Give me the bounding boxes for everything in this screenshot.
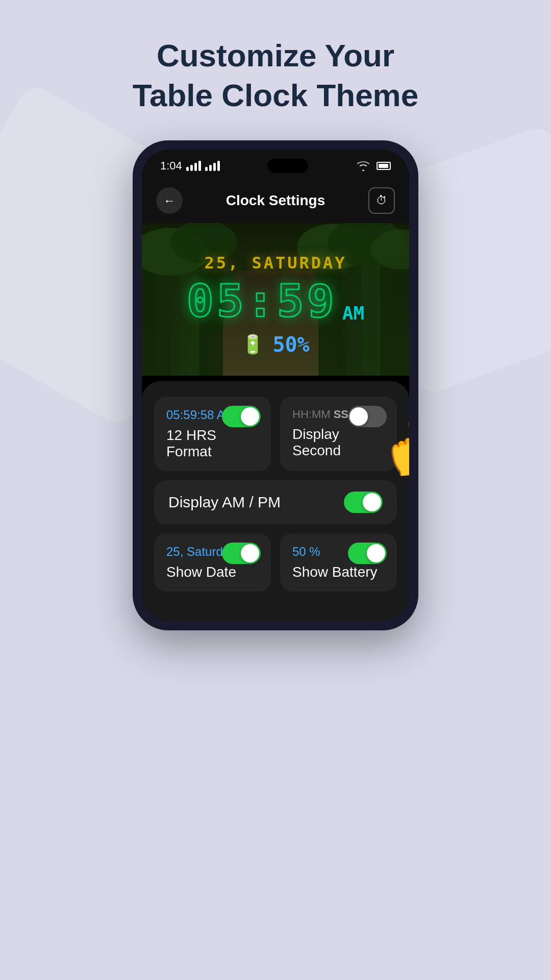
clock-battery-icon: 🔋 — [241, 334, 264, 355]
clock-time-row: 05:59 AM — [187, 279, 364, 324]
dynamic-island — [267, 159, 308, 173]
toggle-thumb-12hrs — [241, 407, 259, 426]
card-display-ampm: Display AM / PM — [154, 480, 397, 524]
settings-row-1: 05:59:58 AM 12 HRS Format HH:MM SS — [154, 397, 397, 471]
signal-bars-1 — [186, 161, 201, 171]
clock-preview: 25, SATURDAY 05:59 AM 🔋 50% — [142, 223, 409, 386]
toggle-track-battery[interactable] — [348, 543, 387, 564]
toggle-track-date[interactable] — [222, 543, 261, 564]
wifi-icon — [356, 160, 370, 172]
toggle-track-12hrs[interactable] — [222, 406, 261, 427]
toggle-show-battery[interactable] — [348, 543, 387, 564]
card-12hrs-format: 05:59:58 AM 12 HRS Format — [154, 397, 271, 471]
app-header: ← Clock Settings ⏱ — [142, 178, 409, 223]
card-battery-label: Show Battery — [292, 564, 385, 580]
phone-frame: 1:04 — [133, 140, 418, 630]
card-second-label: Display Second — [292, 426, 385, 459]
toggle-display-ampm[interactable] — [344, 492, 383, 513]
card-show-date: 25, Saturday Show Date — [154, 533, 271, 592]
card-display-second: HH:MM SS AM Display Second 👆 — [280, 397, 397, 471]
clock-date: 25, SATURDAY — [204, 253, 346, 273]
status-bar: 1:04 — [142, 150, 409, 178]
card-show-battery: 50 % Show Battery — [280, 533, 397, 592]
status-bar-left: 1:04 — [160, 159, 220, 173]
clock-battery-row: 🔋 50% — [241, 333, 309, 356]
toggle-track-ampm[interactable] — [344, 492, 383, 513]
phone-screen: 1:04 — [142, 150, 409, 621]
settings-row-2: 25, Saturday Show Date 50 % Show Battery — [154, 533, 397, 592]
status-bar-right — [356, 160, 391, 172]
title-bold-2: Theme — [316, 78, 418, 113]
header-title: Clock Settings — [226, 192, 325, 209]
page-title: Customize Your Table Clock Theme — [102, 36, 449, 115]
card-date-label: Show Date — [166, 564, 259, 580]
battery-status-icon — [377, 162, 391, 170]
clock-content: 25, SATURDAY 05:59 AM 🔋 50% — [142, 223, 409, 386]
toggle-thumb-date — [241, 544, 259, 562]
card-ampm-label: Display AM / PM — [168, 494, 281, 511]
page-wrapper: Customize Your Table Clock Theme 1:04 — [0, 0, 551, 630]
hhmm-text: HH:MM — [292, 408, 331, 421]
clock-time: 05:59 — [187, 279, 337, 324]
clock-battery-pct: 50% — [272, 333, 309, 356]
alarm-icon: ⏱ — [376, 194, 387, 207]
card-12hrs-label: 12 HRS Format — [166, 427, 259, 460]
clock-ampm: AM — [342, 303, 364, 324]
title-normal: Your — [324, 38, 394, 73]
status-time: 1:04 — [160, 159, 182, 173]
toggle-thumb-battery — [367, 544, 385, 562]
signal-bars-2 — [205, 161, 220, 171]
back-button[interactable]: ← — [156, 187, 183, 214]
title-bold-1: Customize — [157, 38, 316, 73]
toggle-thumb-ampm — [363, 493, 381, 511]
toggle-12hrs[interactable] — [222, 406, 261, 427]
back-icon: ← — [163, 193, 176, 208]
clock-settings-icon-btn[interactable]: ⏱ — [368, 187, 395, 214]
title-subtitle: Table Clock — [133, 78, 308, 113]
settings-panel: 05:59:58 AM 12 HRS Format HH:MM SS — [142, 381, 409, 621]
toggle-show-date[interactable] — [222, 543, 261, 564]
hand-pointer-emoji: 👆 — [374, 412, 409, 482]
toggle-thumb-second — [349, 407, 368, 426]
